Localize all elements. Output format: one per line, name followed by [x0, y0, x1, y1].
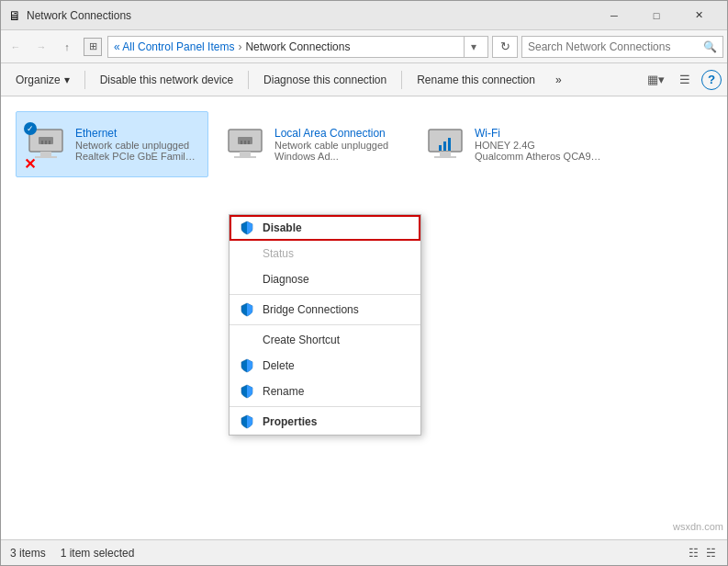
svg-rect-16 — [434, 156, 456, 158]
toolbar-right: ▦ ▾ ☰ ? — [643, 67, 722, 93]
shield-icon-rename — [240, 384, 254, 399]
details-view-button[interactable]: ☰ — [672, 67, 698, 93]
disable-network-button[interactable]: Disable this network device — [91, 67, 242, 93]
ctx-sep-2 — [230, 324, 420, 325]
details-icon: ☰ — [679, 73, 690, 86]
item-count: 3 items — [10, 547, 46, 560]
back-button[interactable]: ← — [5, 36, 27, 58]
svg-rect-9 — [234, 156, 256, 158]
window: 🖥 Network Connections ─ □ ✕ ← → ↑ ⊞ « Al… — [0, 0, 728, 566]
minimize-button[interactable]: ─ — [593, 1, 635, 30]
ethernet-info: Ethernet Network cable unplugged Realtek… — [75, 127, 200, 162]
check-overlay: ✓ — [24, 122, 37, 135]
ctx-status: Status — [230, 241, 420, 266]
breadcrumb[interactable]: « All Control Panel Items › Network Conn… — [107, 36, 488, 58]
organize-chevron: ▾ — [64, 74, 70, 86]
svg-rect-19 — [448, 138, 451, 151]
status-view-list[interactable]: ☷ — [687, 545, 700, 561]
breadcrumb-sep: › — [238, 40, 241, 53]
toolbar-separator-2 — [248, 71, 249, 89]
forward-button[interactable]: → — [30, 36, 52, 58]
status-view-grid[interactable]: ☵ — [704, 545, 718, 561]
location-icon: ⊞ — [84, 38, 102, 56]
svg-rect-2 — [35, 156, 57, 158]
selected-count: 1 item selected — [61, 547, 135, 560]
shield-icon-delete — [240, 358, 254, 373]
svg-rect-15 — [440, 152, 451, 156]
lan-icon-wrap — [223, 122, 267, 166]
ctx-delete-icon — [239, 357, 255, 374]
toolbar-separator-3 — [401, 71, 402, 89]
view-icon: ▦ — [647, 73, 658, 86]
network-item-ethernet[interactable]: ✓ ✕ Ethernet Network cable unplugged Rea… — [16, 111, 208, 177]
title-bar: 🖥 Network Connections ─ □ ✕ — [1, 1, 727, 30]
toolbar-separator-1 — [84, 71, 85, 89]
shield-icon-bridge — [240, 302, 254, 317]
breadcrumb-current: Network Connections — [245, 40, 350, 53]
ctx-properties[interactable]: Properties — [230, 409, 420, 435]
lan-name: Local Area Connection — [274, 127, 388, 140]
ctx-delete[interactable]: Delete — [230, 353, 420, 379]
ctx-shortcut[interactable]: Create Shortcut — [230, 327, 420, 353]
breadcrumb-part1: « All Control Panel Items — [114, 40, 234, 53]
context-menu: Disable Status Diagnose Bridge Conne — [229, 214, 421, 436]
rename-button[interactable]: Rename this connection — [408, 67, 544, 93]
window-controls: ─ □ ✕ — [593, 1, 720, 30]
breadcrumb-dropdown[interactable]: ▾ — [464, 37, 482, 57]
svg-rect-18 — [443, 142, 446, 151]
ethernet-icon-wrap: ✓ ✕ — [24, 122, 68, 166]
view-chevron: ▾ — [658, 73, 665, 86]
lan-desc1: Network cable unplugged — [274, 140, 388, 151]
search-icon[interactable]: 🔍 — [703, 40, 717, 53]
ctx-properties-icon — [239, 413, 255, 430]
maximize-button[interactable]: □ — [635, 1, 678, 30]
organize-label: Organize — [16, 74, 61, 86]
ctx-bridge[interactable]: Bridge Connections — [230, 297, 420, 323]
window-icon: 🖥 — [8, 8, 21, 23]
wifi-desc2: Qualcomm Atheros QCA9377... — [475, 151, 601, 162]
svg-rect-1 — [40, 152, 51, 156]
svg-rect-8 — [240, 152, 251, 156]
search-bar[interactable]: 🔍 — [521, 36, 723, 58]
ctx-rename[interactable]: Rename — [230, 379, 420, 404]
wifi-info: Wi-Fi HONEY 2.4G Qualcomm Atheros QCA937… — [475, 127, 601, 162]
view-toggle-button[interactable]: ▦ ▾ — [643, 67, 668, 93]
toolbar: Organize ▾ Disable this network device D… — [1, 63, 727, 96]
diagnose-button[interactable]: Diagnose this connection — [254, 67, 396, 93]
ctx-diagnose[interactable]: Diagnose — [230, 266, 420, 292]
main-content: ✓ ✕ Ethernet Network cable unplugged Rea… — [1, 96, 727, 565]
network-item-lan[interactable]: Local Area Connection Network cable unpl… — [216, 111, 409, 177]
address-bar: ← → ↑ ⊞ « All Control Panel Items › Netw… — [1, 30, 727, 63]
lan-desc2: Windows Ad... — [274, 151, 388, 162]
lan-info: Local Area Connection Network cable unpl… — [274, 127, 388, 162]
svg-rect-17 — [439, 145, 442, 151]
wifi-desc1: HONEY 2.4G — [475, 140, 601, 151]
wifi-icon-wrap — [423, 122, 467, 166]
more-button[interactable]: » — [546, 67, 571, 93]
status-view-controls: ☷ ☵ — [687, 545, 718, 561]
refresh-button[interactable]: ↻ — [492, 36, 518, 58]
ethernet-name: Ethernet — [75, 127, 200, 140]
ethernet-desc2: Realtek PCIe GbE Family Con... — [75, 151, 200, 162]
shield-icon-properties — [240, 414, 254, 429]
lan-icon — [223, 122, 267, 166]
wifi-name: Wi-Fi — [475, 127, 601, 140]
ctx-sep-1 — [230, 294, 420, 295]
network-item-wifi[interactable]: Wi-Fi HONEY 2.4G Qualcomm Atheros QCA937… — [416, 111, 609, 177]
help-button[interactable]: ? — [701, 70, 722, 90]
window-title: Network Connections — [27, 9, 593, 22]
ethernet-desc1: Network cable unplugged — [75, 140, 200, 151]
up-button[interactable]: ↑ — [56, 36, 78, 58]
shield-icon-disable — [240, 221, 254, 235]
status-bar: 3 items 1 item selected ☷ ☵ — [1, 539, 727, 565]
search-input[interactable] — [528, 40, 703, 53]
ctx-disable[interactable]: Disable — [230, 215, 420, 241]
ctx-disable-icon — [239, 220, 255, 236]
watermark: wsxdn.com — [673, 521, 723, 532]
close-button[interactable]: ✕ — [678, 1, 720, 30]
wifi-icon — [423, 122, 467, 166]
ctx-sep-3 — [230, 406, 420, 407]
ctx-bridge-icon — [239, 301, 255, 318]
organize-button[interactable]: Organize ▾ — [6, 67, 79, 93]
x-overlay: ✕ — [24, 155, 37, 168]
